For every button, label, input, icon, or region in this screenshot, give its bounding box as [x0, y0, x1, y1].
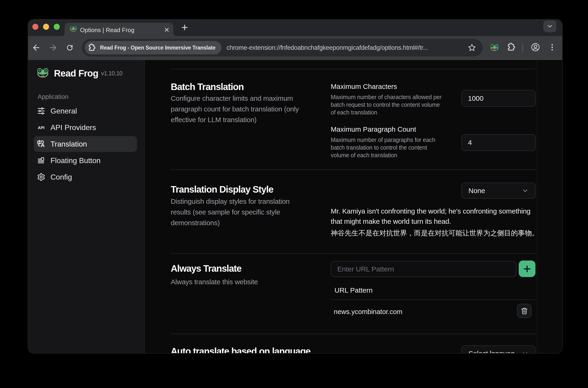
brand-name: Read Frog: [54, 68, 98, 79]
floating-button-icon: [37, 156, 45, 165]
puzzle-icon: [87, 43, 97, 52]
reload-button[interactable]: [65, 43, 75, 53]
input-value: 1000: [468, 95, 484, 102]
translate-icon: [37, 140, 45, 148]
always-translate-title: Always Translate: [171, 263, 241, 274]
traffic-maximize-button[interactable]: [54, 24, 60, 30]
url-bar[interactable]: Read Frog - Open Source Immersive Transl…: [82, 39, 483, 56]
sliders-icon: [37, 107, 45, 115]
content-area: Read Frog v1.10.10 Application General A…: [28, 60, 562, 353]
tab-search-button[interactable]: [543, 20, 556, 32]
sidebar: Read Frog v1.10.10 Application General A…: [28, 60, 145, 353]
titlebar: Options | Read Frog: [28, 20, 562, 36]
max-paragraph-label: Maximum Paragraph Count: [331, 125, 416, 133]
url-pattern-header: URL Pattern: [334, 286, 373, 294]
max-characters-description: Maximum number of characters allowed per…: [331, 93, 442, 116]
brand: Read Frog v1.10.10: [37, 68, 123, 79]
sidebar-item-api-providers[interactable]: API API Providers: [34, 120, 137, 135]
browser-tab[interactable]: Options | Read Frog: [65, 23, 173, 37]
batch-description: Configure character limits and maximum p…: [171, 93, 299, 125]
browser-toolbar: Read Frog - Open Source Immersive Transl…: [28, 36, 562, 60]
sample-chinese: 神谷先生不是在对抗世界，而是在对抗可能让世界为之侧目的事物。: [331, 228, 539, 238]
batch-title: Batch Translation: [171, 82, 244, 92]
back-button[interactable]: [31, 43, 41, 53]
sidebar-item-config[interactable]: Config: [34, 169, 137, 185]
sidebar-item-label: Translation: [50, 140, 87, 148]
section-divider: [170, 334, 536, 334]
extension-chip-label: Read Frog - Open Source Immersive Transl…: [100, 45, 215, 51]
frog-extension-icon[interactable]: [489, 42, 500, 53]
url-text: chrome-extension://fnfedoabnchafgkeeponm…: [227, 44, 428, 51]
sample-english: Mr. Kamiya isn't confronting the world; …: [331, 206, 540, 227]
sidebar-item-label: Config: [50, 173, 72, 181]
sidebar-item-label: API Providers: [50, 123, 96, 132]
api-icon: API: [37, 123, 45, 132]
tab-title: Options | Read Frog: [80, 26, 134, 34]
delete-url-pattern-button[interactable]: [517, 304, 532, 318]
gear-icon: [37, 173, 45, 181]
svg-text:API: API: [38, 125, 45, 130]
sidebar-nav: General API API Providers Translation Fl…: [34, 103, 137, 186]
url-pattern-placeholder: Enter URL Pattern: [337, 265, 394, 273]
trash-icon: [521, 307, 528, 315]
plus-icon: [522, 264, 532, 273]
select-value: Select languag: [469, 350, 515, 353]
add-url-pattern-button[interactable]: [519, 261, 535, 277]
tab-close-icon[interactable]: [163, 26, 170, 33]
bookmark-star-icon[interactable]: [467, 43, 477, 52]
sidebar-item-translation[interactable]: Translation: [34, 136, 137, 152]
display-style-title: Translation Display Style: [171, 184, 273, 195]
section-divider: [170, 169, 536, 170]
sidebar-section-label: Application: [38, 93, 68, 100]
toolbar-separator: [522, 44, 523, 52]
always-translate-description: Always translate this website: [171, 277, 258, 287]
new-tab-button[interactable]: [178, 21, 192, 34]
max-paragraph-description: Maximum number of paragraphs for each ba…: [331, 136, 435, 159]
display-style-description: Distinguish display styles for translati…: [171, 196, 290, 228]
traffic-close-button[interactable]: [32, 24, 38, 30]
section-divider: [170, 253, 536, 254]
chevron-down-icon: [522, 187, 529, 194]
input-value: 4: [468, 139, 472, 146]
read-frog-logo: [37, 68, 49, 79]
display-style-select[interactable]: None: [461, 183, 536, 199]
browser-window: Options | Read Frog Read Frog - Open Sou…: [28, 20, 562, 353]
extensions-puzzle-icon[interactable]: [506, 42, 517, 53]
url-pattern-row: news.ycombinator.com: [334, 308, 402, 316]
brand-version: v1.10.10: [101, 70, 123, 77]
section-divider: [170, 69, 536, 69]
max-characters-input[interactable]: 1000: [461, 90, 536, 107]
sidebar-item-label: Floating Button: [50, 156, 100, 165]
max-paragraph-input[interactable]: 4: [461, 134, 536, 151]
sidebar-item-label: General: [50, 107, 77, 115]
extension-name-chip[interactable]: Read Frog - Open Source Immersive Transl…: [85, 41, 221, 54]
profile-avatar-icon[interactable]: [530, 42, 541, 53]
traffic-minimize-button[interactable]: [43, 24, 49, 30]
chevron-down-icon: [522, 350, 529, 353]
forward-button[interactable]: [48, 43, 58, 53]
sidebar-item-floating-button[interactable]: Floating Button: [34, 153, 137, 169]
select-value: None: [469, 187, 485, 195]
table-divider: [331, 299, 536, 300]
max-characters-label: Maximum Characters: [331, 83, 397, 91]
auto-translate-title: Auto translate based on language: [171, 346, 310, 353]
sidebar-item-general[interactable]: General: [34, 103, 137, 119]
settings-main: Batch Translation Configure character li…: [145, 60, 562, 353]
auto-translate-select[interactable]: Select languag: [461, 345, 536, 353]
frog-favicon: [70, 26, 77, 33]
menu-kebab-icon[interactable]: [547, 42, 558, 53]
url-pattern-input[interactable]: Enter URL Pattern: [331, 261, 516, 277]
